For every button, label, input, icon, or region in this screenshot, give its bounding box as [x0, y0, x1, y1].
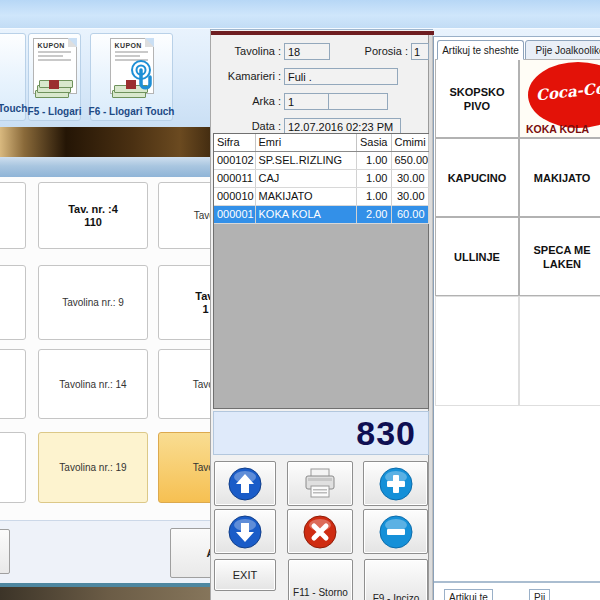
move-down-button[interactable] — [214, 509, 276, 554]
article-button-ullinje[interactable]: ULLINJE — [435, 217, 519, 296]
cancel-x-icon — [303, 515, 337, 549]
table-button-partial[interactable] — [0, 432, 26, 503]
article-label: KOKA KOLA — [526, 122, 600, 136]
table-button-partial[interactable] — [0, 182, 26, 249]
article-button-kapucino[interactable]: KAPUCINO — [435, 138, 519, 217]
cell-cmimi: 30.00 — [391, 169, 428, 187]
money-band — [49, 80, 59, 89]
table-button-label: Tavolina nr.: 9 — [62, 296, 124, 309]
cell-emri: CAJ — [255, 169, 356, 187]
table-button-tavolina-19[interactable]: Tavolina nr.: 19 — [38, 432, 148, 503]
table-button-partial[interactable] — [0, 265, 26, 340]
cell-cmimi: 650.00 — [391, 151, 428, 169]
arka-label: Arka : — [211, 95, 281, 107]
print-button[interactable] — [287, 461, 353, 506]
arrow-up-icon — [228, 467, 262, 501]
article-label: SPECA ME LAKEN — [522, 243, 600, 271]
kupon-receipt-touch-icon: KUPON — [110, 38, 154, 94]
arka-field[interactable] — [284, 93, 330, 110]
article-button-koka-kola[interactable]: Coca-Cola KOKA KOLA — [519, 59, 600, 138]
cell-sifra: 000011 — [214, 169, 255, 187]
add-item-button[interactable] — [363, 461, 428, 506]
arka-field-2[interactable] — [328, 93, 388, 110]
storno-button-label: F11 - Storno — [293, 587, 348, 599]
article-button-empty[interactable] — [519, 296, 600, 406]
cell-cmimi: 30.00 — [391, 187, 428, 205]
receipt-line — [38, 51, 71, 53]
article-button-makijato[interactable]: MAKIJATO — [519, 138, 600, 217]
window-titlebar — [0, 0, 600, 28]
total-value: 830 — [356, 414, 416, 453]
receipt-line — [38, 55, 63, 57]
article-button-speca-me-laken[interactable]: SPECA ME LAKEN — [519, 217, 600, 296]
table-button-sublabel: 110 — [84, 216, 102, 229]
article-label: MAKIJATO — [534, 171, 590, 185]
minus-icon — [379, 515, 413, 549]
toolbar-button-f6-llogari-touch[interactable]: KUPON F6 - Llogari Touch — [90, 33, 173, 121]
receipt-line — [38, 59, 71, 61]
kupon-receipt-money-icon: KUPON — [33, 38, 77, 94]
tavolina-field[interactable] — [284, 43, 330, 60]
bottom-partial-tab-artikuj[interactable]: Artikuj te — [444, 589, 493, 600]
arrow-down-icon — [228, 515, 262, 549]
exit-button-label: EXIT — [233, 569, 257, 581]
incizo-button[interactable]: F9 - Incizo — [364, 559, 428, 600]
page-fold — [68, 38, 77, 47]
article-label: SKOPSKO PIVO — [438, 85, 516, 113]
cell-sasia: 2.00 — [356, 205, 391, 223]
order-item-row[interactable]: 000102 SP.SEL.RIZLING 1.00 650.00 — [214, 151, 428, 169]
col-header-cmimi[interactable]: Cmimi — [391, 134, 428, 151]
tab-pije-joalkoolike[interactable]: Pije Joalkoolike — [525, 40, 600, 60]
receipt-line — [115, 51, 148, 53]
cell-emri: SP.SEL.RIZLING — [255, 151, 356, 169]
article-button-skopsko-pivo[interactable]: SKOPSKO PIVO — [435, 59, 519, 138]
bottom-partial-tab-pije[interactable]: Pij — [529, 589, 550, 600]
articles-panel: Artikuj te sheshte Pije Joalkoolike SKOP… — [433, 36, 600, 600]
kamarieri-field[interactable] — [284, 68, 398, 85]
toolbar-button-f5-llogari[interactable]: KUPON F5 - Llogari — [28, 33, 81, 121]
porosia-field[interactable] — [411, 43, 429, 60]
toolbar-button-label: F6 - Llogari Touch — [89, 104, 175, 120]
order-item-row-selected[interactable]: 000001 KOKA KOLA 2.00 60.00 — [214, 205, 428, 223]
table-button-tav-4[interactable]: Tav. nr. :4 110 — [38, 182, 148, 249]
cell-sasia: 1.00 — [356, 187, 391, 205]
kamarieri-label: Kamarieri : — [211, 70, 281, 82]
incizo-button-label: F9 - Incizo — [373, 593, 420, 600]
order-item-row[interactable]: 000011 CAJ 1.00 30.00 — [214, 169, 428, 187]
printer-icon — [302, 467, 338, 501]
cell-emri: MAKIJATO — [255, 187, 356, 205]
tavolina-label: Tavolina : — [211, 45, 281, 57]
money-stack-icon — [35, 78, 71, 98]
table-button-label: Tavolina nr.: 14 — [59, 378, 126, 391]
storno-button[interactable]: F11 - Storno Incizo — [288, 559, 353, 600]
col-header-sasia[interactable]: Sasia — [356, 134, 391, 151]
table-header-row: Sifra Emri Sasia Cmimi — [214, 134, 428, 151]
page-fold — [145, 38, 154, 47]
tab-label: Pij — [534, 592, 545, 600]
panel-separator — [434, 581, 600, 583]
move-up-button[interactable] — [214, 461, 276, 506]
exit-button[interactable]: EXIT — [214, 559, 276, 591]
tab-label: Artikuj te sheshte — [442, 45, 519, 56]
table-button-partial[interactable] — [0, 349, 26, 419]
table-button-tavolina-14[interactable]: Tavolina nr.: 14 — [38, 349, 148, 419]
table-button-label: Tav. nr. :4 — [68, 203, 118, 216]
order-item-row[interactable]: 000010 MAKIJATO 1.00 30.00 — [214, 187, 428, 205]
col-header-sifra[interactable]: Sifra — [214, 134, 255, 151]
cell-sifra: 000102 — [214, 151, 255, 169]
order-window: Tavolina : Porosia : Kamarieri : Arka : … — [210, 29, 433, 600]
coca-cola-logo: Coca-Cola — [528, 62, 600, 128]
col-header-emri[interactable]: Emri — [255, 134, 356, 151]
remove-item-button[interactable] — [363, 509, 428, 554]
cell-sifra: 000001 — [214, 205, 255, 223]
table-button-tavolina-9[interactable]: Tavolina nr.: 9 — [38, 265, 148, 340]
touch-hand-icon — [127, 59, 157, 95]
footer-button-partial[interactable] — [0, 529, 10, 574]
cell-cmimi: 60.00 — [391, 205, 428, 223]
delete-item-button[interactable] — [287, 509, 353, 554]
article-button-empty[interactable] — [435, 296, 519, 406]
tab-artikuj-te-sheshte[interactable]: Artikuj te sheshte — [437, 40, 524, 60]
toolbar-button-label: F5 - Llogari — [28, 104, 82, 120]
cell-emri: KOKA KOLA — [255, 205, 356, 223]
article-label: ULLINJE — [454, 250, 500, 264]
